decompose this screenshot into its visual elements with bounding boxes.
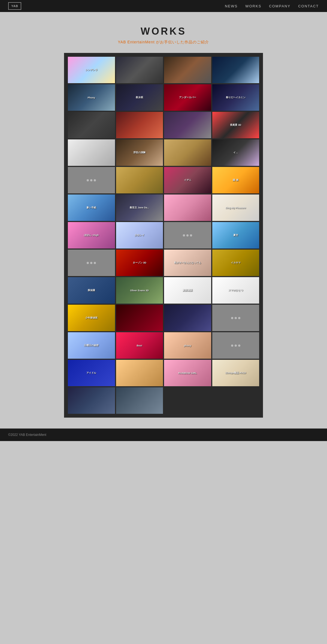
grid-item-3[interactable] (212, 57, 259, 83)
grid-item-43[interactable] (212, 332, 259, 359)
logo-box: YAB (8, 2, 21, 10)
grid-item-16[interactable] (68, 167, 115, 193)
grid-item-42[interactable]: phony (164, 332, 211, 359)
logo-text: YAB (11, 4, 18, 8)
thumb-2 (164, 57, 211, 83)
grid-item-21[interactable]: 救世主 Jane Da... (116, 194, 163, 221)
grid-item-41[interactable]: Boo! (116, 332, 163, 359)
thumb-49 (116, 387, 163, 414)
thumb-33: Oliver Evans 3D (116, 277, 163, 304)
grid-item-17[interactable] (116, 167, 163, 193)
grid-item-15[interactable]: イ… (212, 139, 259, 166)
grid-item-6[interactable]: アンダーカバー (164, 84, 211, 111)
nav-news[interactable]: NEWS (225, 4, 238, 8)
grid-item-11[interactable]: 長尾景 3D (212, 112, 259, 138)
thumb-8 (68, 112, 115, 138)
thumb-37 (116, 305, 163, 331)
grid-item-33[interactable]: Oliver Evans 3D (116, 277, 163, 304)
grid-item-39[interactable] (212, 305, 259, 331)
grid-item-47[interactable]: iZotope製品 RX10 (212, 360, 259, 386)
grid-item-4[interactable]: Phony (68, 84, 115, 111)
grid-item-29[interactable]: ターゾン 3D (116, 250, 163, 276)
grid-item-40[interactable]: 日曜日の秘密 (68, 332, 115, 359)
placeholder-dots (87, 262, 96, 264)
grid-item-30[interactable]: 私がオバさんになっても (164, 250, 211, 276)
grid-item-26[interactable] (164, 222, 211, 248)
grid-item-36[interactable]: 少年探偵笑 (68, 305, 115, 331)
thumb-22 (164, 194, 211, 221)
thumb-0: シンデレラ (68, 57, 115, 83)
placeholder-dots (183, 234, 192, 236)
grid-item-9[interactable] (116, 112, 163, 138)
grid-item-10[interactable] (164, 112, 211, 138)
grid-item-0[interactable]: シンデレラ (68, 57, 115, 83)
grid-item-1[interactable] (116, 57, 163, 83)
thumb-48 (68, 387, 115, 414)
grid-item-19[interactable]: 踊 損 (212, 167, 259, 193)
grid-item-34[interactable]: 資産確認 (164, 277, 211, 304)
grid-item-44[interactable]: アイドル (68, 360, 115, 386)
grid-item-32[interactable]: 探偵屋 (68, 277, 115, 304)
grid-item-46[interactable]: RAINBOW GIRL (164, 360, 211, 386)
grid-item-49[interactable] (116, 387, 163, 414)
thumb-1 (116, 57, 163, 83)
works-grid: シンデレラPhony夜永唄アンダーカバー祭りだヘイカミン長尾景 3D浮世の演舞イ… (68, 57, 259, 414)
thumb-38 (164, 305, 211, 331)
nav-works[interactable]: WORKS (245, 4, 261, 8)
grid-item-45[interactable] (116, 360, 163, 386)
placeholder-dots (231, 317, 240, 319)
grid-item-23[interactable]: Sing My Pleasure (212, 194, 259, 221)
grid-item-38[interactable] (164, 305, 211, 331)
page-content: WORKS YAB EntertainMent がお手伝いした作品のご紹介 シン… (0, 12, 327, 429)
placeholder-dots (231, 345, 240, 347)
grid-item-7[interactable]: 祭りだヘイカミン (212, 84, 259, 111)
thumb-24: ぽぽんっhigh (68, 222, 115, 248)
thumb-46: RAINBOW GIRL (164, 360, 211, 386)
grid-item-14[interactable] (164, 139, 211, 166)
grid-item-13[interactable]: 浮世の演舞 (116, 139, 163, 166)
thumb-34: 資産確認 (164, 277, 211, 304)
thumb-45 (116, 360, 163, 386)
grid-item-8[interactable] (68, 112, 115, 138)
thumb-32: 探偵屋 (68, 277, 115, 304)
thumb-17 (116, 167, 163, 193)
thumb-36: 少年探偵笑 (68, 305, 115, 331)
grid-item-28[interactable] (68, 250, 115, 276)
grid-item-31[interactable]: イカサマ (212, 250, 259, 276)
copyright: ©2022 YAB EntertainMent (8, 433, 46, 437)
grid-item-27[interactable]: 夏空 (212, 222, 259, 248)
works-grid-wrapper: シンデレラPhony夜永唄アンダーカバー祭りだヘイカミン長尾景 3D浮世の演舞イ… (64, 53, 263, 418)
nav-contact[interactable]: CONTACT (298, 4, 319, 8)
thumb-13: 浮世の演舞 (116, 139, 163, 166)
thumb-6: アンダーカバー (164, 84, 211, 111)
grid-item-12[interactable] (68, 139, 115, 166)
thumb-20: 蒼い手紙 (68, 194, 115, 221)
grid-item-37[interactable] (116, 305, 163, 331)
grid-item-22[interactable] (164, 194, 211, 221)
thumb-15: イ… (212, 139, 259, 166)
grid-item-5[interactable]: 夜永唄 (116, 84, 163, 111)
page-title: WORKS (5, 26, 322, 37)
thumb-11: 長尾景 3D (212, 112, 259, 138)
thumb-25: 少女レイ (116, 222, 163, 248)
grid-item-20[interactable]: 蒼い手紙 (68, 194, 115, 221)
thumb-9 (116, 112, 163, 138)
grid-item-24[interactable]: ぽぽんっhigh (68, 222, 115, 248)
grid-item-48[interactable] (68, 387, 115, 414)
grid-item-18[interactable]: イデニ (164, 167, 211, 193)
grid-item-2[interactable] (164, 57, 211, 83)
grid-item-35[interactable]: スマホひとつ (212, 277, 259, 304)
site-header: YAB NEWS WORKS COMPANY CONTACT (0, 0, 327, 12)
thumb-27: 夏空 (212, 222, 259, 248)
grid-item-25[interactable]: 少女レイ (116, 222, 163, 248)
thumb-42: phony (164, 332, 211, 359)
thumb-40: 日曜日の秘密 (68, 332, 115, 359)
thumb-18: イデニ (164, 167, 211, 193)
thumb-31: イカサマ (212, 250, 259, 276)
page-subtitle: YAB EntertainMent がお手伝いした作品のご紹介 (5, 40, 322, 45)
placeholder-dots (87, 179, 96, 181)
nav-company[interactable]: COMPANY (269, 4, 290, 8)
thumb-10 (164, 112, 211, 138)
thumb-12 (68, 139, 115, 166)
logo[interactable]: YAB (8, 2, 21, 10)
